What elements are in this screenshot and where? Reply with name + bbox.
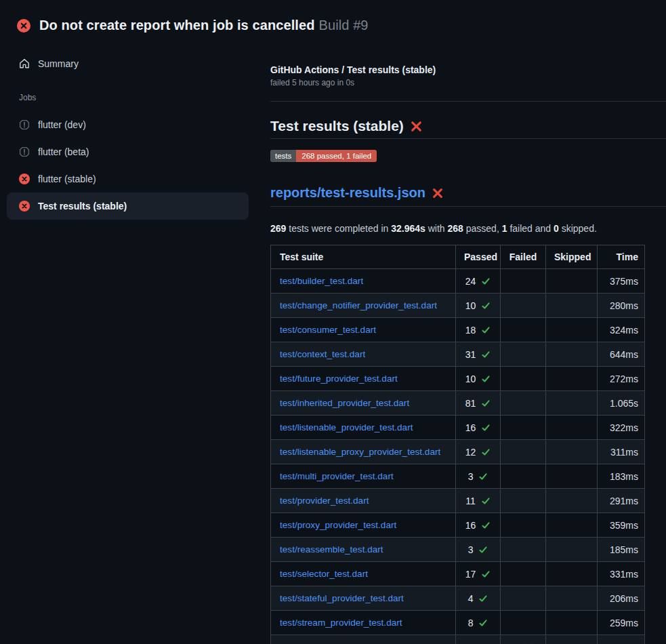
check-icon <box>481 496 491 506</box>
status-text: failed 5 hours ago in 0s <box>270 78 666 88</box>
passed-cell: 3 <box>456 464 501 489</box>
test-suite-link[interactable]: test/multi_provider_test.dart <box>280 471 394 481</box>
check-icon <box>481 350 491 359</box>
test-suite-link[interactable]: test/stream_provider_test.dart <box>280 618 402 628</box>
test-suite-link[interactable]: test/listenable_provider_test.dart <box>280 422 413 432</box>
failed-cell <box>501 269 546 294</box>
failed-cell <box>501 489 546 513</box>
table-row: test/proxy_provider_test.dart 16 359ms <box>271 513 645 538</box>
time-cell: 272ms <box>598 367 645 391</box>
skipped-cell <box>546 318 598 342</box>
passed-cell: 10 <box>456 294 501 318</box>
failed-cell <box>501 294 546 318</box>
test-suite-link[interactable]: test/reassemble_test.dart <box>280 544 383 555</box>
test-suite-link[interactable]: test/provider_test.dart <box>280 496 369 506</box>
failed-cell <box>501 538 546 562</box>
failed-cell <box>501 391 546 416</box>
check-icon <box>478 545 488 555</box>
failed-cell <box>501 440 546 464</box>
report-link-heading[interactable]: reports/test-results.json <box>270 184 425 201</box>
time-cell: 206ms <box>598 586 645 611</box>
failed-cell <box>501 318 546 342</box>
time-cell: 280ms <box>598 294 645 318</box>
jobs-heading: Jobs <box>19 93 249 102</box>
summary-label: Summary <box>38 58 79 69</box>
column-header: Skipped <box>546 245 598 269</box>
passed-cell: 4 <box>456 635 501 644</box>
passed-cell: 11 <box>456 489 501 513</box>
failed-cell: 1 <box>501 635 546 644</box>
time-cell: 331ms <box>598 562 645 586</box>
page-title: Do not create report when job is cancell… <box>39 18 369 33</box>
passed-cell: 81 <box>456 391 501 416</box>
skipped-cell <box>546 611 598 635</box>
home-icon <box>19 58 30 69</box>
check-icon <box>481 521 491 530</box>
time-cell: 302ms <box>598 635 645 644</box>
table-row: test/provider_test.dart 11 291ms <box>271 489 645 513</box>
stop-octagon-icon <box>19 119 30 130</box>
check-icon <box>481 399 491 408</box>
time-cell: 322ms <box>598 416 645 440</box>
table-row: test/listenable_proxy_provider_test.dart… <box>271 440 645 464</box>
breadcrumb: GitHub Actions / Test results (stable) <box>270 64 666 76</box>
skipped-cell <box>546 586 598 611</box>
test-suite-link[interactable]: test/stateful_provider_test.dart <box>280 593 404 603</box>
section-heading: Test results (stable) <box>270 117 404 135</box>
passed-cell: 24 <box>456 269 501 294</box>
time-cell: 644ms <box>598 342 645 367</box>
table-row: test/multi_provider_test.dart 3 183ms <box>271 464 645 489</box>
run-title: Do not create report when job is cancell… <box>39 18 315 33</box>
job-label: Test results (stable) <box>38 201 127 212</box>
test-suite-link[interactable]: test/future_provider_test.dart <box>280 374 398 384</box>
check-icon <box>481 374 491 384</box>
test-suite-link[interactable]: test/inherited_provider_test.dart <box>280 398 409 408</box>
table-row: test/stream_provider_test.dart 8 259ms <box>271 611 645 635</box>
time-cell: 259ms <box>598 611 645 635</box>
sidebar-item-job-0[interactable]: flutter (dev) <box>7 111 249 138</box>
passed-cell: 12 <box>456 440 501 464</box>
table-row: test/context_test.dart 31 644ms <box>271 342 645 367</box>
test-suite-link[interactable]: test/builder_test.dart <box>280 276 363 286</box>
test-suite-link[interactable]: test/consumer_test.dart <box>280 325 376 335</box>
test-suite-link[interactable]: test/proxy_provider_test.dart <box>280 520 396 530</box>
sidebar-item-summary[interactable]: Summary <box>7 51 249 77</box>
test-suite-link[interactable]: test/context_test.dart <box>280 349 365 359</box>
check-icon <box>481 569 491 579</box>
check-icon <box>481 301 491 310</box>
time-cell: 185ms <box>598 538 645 562</box>
table-header-row: Test suitePassedFailedSkippedTime <box>271 245 645 269</box>
summary-line: 269 tests were completed in 32.964s with… <box>270 222 666 235</box>
build-number: Build #9 <box>319 18 369 33</box>
section-heading-row: Test results (stable) <box>270 117 666 139</box>
time-cell: 311ms <box>598 440 645 464</box>
table-row: test/consumer_test.dart 18 324ms <box>271 318 645 342</box>
skipped-cell <box>546 391 598 416</box>
time-cell: 324ms <box>598 318 645 342</box>
failure-x-icon <box>411 121 422 132</box>
test-results-table: Test suitePassedFailedSkippedTime test/b… <box>270 245 645 644</box>
time-cell: 375ms <box>598 269 645 294</box>
sidebar-item-job-1[interactable]: flutter (beta) <box>7 138 249 165</box>
sidebar-item-job-2[interactable]: flutter (stable) <box>7 165 249 193</box>
check-icon <box>478 594 488 603</box>
column-header: Time <box>598 245 645 269</box>
test-suite-link[interactable]: test/selector_test.dart <box>280 569 368 579</box>
failed-cell <box>501 464 546 489</box>
failed-cell <box>501 513 546 538</box>
passed-cell: 31 <box>456 342 501 367</box>
passed-cell: 18 <box>456 318 501 342</box>
sidebar-item-job-3[interactable]: Test results (stable) <box>7 193 249 220</box>
job-label: flutter (stable) <box>38 174 96 184</box>
skipped-cell <box>546 294 598 318</box>
column-header: Passed <box>456 245 501 269</box>
sidebar: Summary Jobs flutter (dev) <box>0 39 259 220</box>
table-row: test/builder_test.dart 24 375ms <box>271 269 645 294</box>
failed-cell <box>501 342 546 367</box>
check-icon <box>481 277 491 286</box>
badge-label: tests <box>270 150 296 162</box>
test-suite-link[interactable]: test/listenable_proxy_provider_test.dart <box>280 447 440 457</box>
check-icon <box>478 472 488 481</box>
time-cell: 359ms <box>598 513 645 538</box>
test-suite-link[interactable]: test/change_notifier_provider_test.dart <box>280 300 437 310</box>
